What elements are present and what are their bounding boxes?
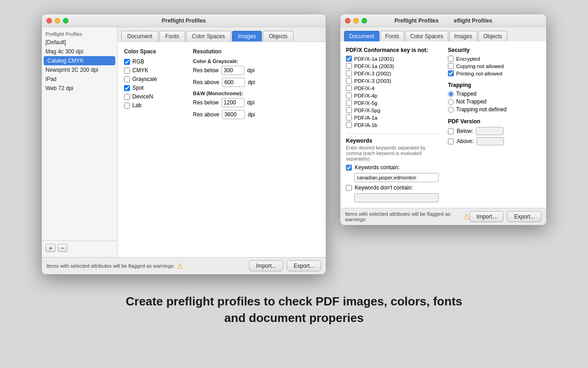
pdf-x4-row[interactable]: PDF/X-4 xyxy=(346,85,439,91)
printing-label: Printing not allowed xyxy=(456,71,502,76)
right-import-button[interactable]: Import... xyxy=(469,211,503,222)
left-export-button[interactable]: Export... xyxy=(287,260,321,271)
pdf-x5g-checkbox[interactable] xyxy=(346,100,352,106)
keywords-dontcontain-input[interactable] xyxy=(354,193,439,202)
pdf-a1b-row[interactable]: PDF/A-1b xyxy=(346,122,439,128)
printing-row[interactable]: Printing not allowed xyxy=(448,70,541,76)
checkbox-lab[interactable]: Lab xyxy=(124,102,179,109)
res-above-bw-input[interactable]: 3600 xyxy=(222,110,245,119)
tab-fonts[interactable]: Fonts xyxy=(159,31,185,41)
copying-row[interactable]: Copying not allowed xyxy=(448,63,541,69)
pdf-x5pg-row[interactable]: PDF/X-5pg xyxy=(346,107,439,113)
right-minimize-button[interactable] xyxy=(353,18,359,23)
pdf-a1b-checkbox[interactable] xyxy=(346,122,352,128)
checkbox-rgb[interactable]: RGB xyxy=(124,58,179,65)
right-footer: Items with selected attributes will be f… xyxy=(340,208,546,225)
bw-mono-title: B&W (Monochrome): xyxy=(193,91,319,96)
keywords-dontcontain-checkbox[interactable] xyxy=(346,185,352,191)
sidebar-item-ipad[interactable]: iPad xyxy=(42,75,117,84)
encrypted-row[interactable]: Encrypted xyxy=(448,56,541,62)
pdf-x1a-2001-checkbox[interactable] xyxy=(346,56,352,62)
pdf-x3-2002-row[interactable]: PDF/X-3 (2002) xyxy=(346,70,439,76)
keywords-contain-input[interactable]: canadian,jasper,edmonton xyxy=(354,173,439,182)
sidebar-item-default[interactable]: [Default] xyxy=(42,38,117,47)
checkbox-spot-label: Spot xyxy=(132,85,144,91)
checkbox-cmyk[interactable]: CMYK xyxy=(124,67,179,74)
checkbox-rgb-input[interactable] xyxy=(124,59,130,65)
res-below-color-input[interactable]: 300 xyxy=(221,66,244,75)
sidebar-item-newsprint[interactable]: Newsprint 2C 200 dpi xyxy=(42,65,117,75)
pdf-a1a-checkbox[interactable] xyxy=(346,115,352,121)
sidebar-item-web72[interactable]: Web 72 dpi xyxy=(42,84,117,93)
pdf-x4p-checkbox[interactable] xyxy=(346,92,352,98)
pdf-x4-checkbox[interactable] xyxy=(346,85,352,91)
pdf-x3-2003-label: PDF/X-3 (2003) xyxy=(354,78,391,84)
checkbox-grayscale-input[interactable] xyxy=(124,76,130,82)
right-tab-objects[interactable]: Objects xyxy=(478,31,507,41)
checkbox-devicen-input[interactable] xyxy=(124,94,130,100)
left-warning-text: Items with selected attributes will be f… xyxy=(46,262,183,270)
pdf-conformance-section: PDF/X Conformance key is not: PDF/X-1a (… xyxy=(346,47,439,128)
right-tab-fonts[interactable]: Fonts xyxy=(380,31,404,41)
pdf-a1a-row[interactable]: PDF/A-1a xyxy=(346,115,439,121)
checkbox-lab-input[interactable] xyxy=(124,103,130,109)
res-below-bw-input[interactable]: 1200 xyxy=(221,98,244,107)
pdf-x3-2003-checkbox[interactable] xyxy=(346,78,352,84)
pdf-version-above-input[interactable] xyxy=(476,137,504,145)
copying-checkbox[interactable] xyxy=(448,63,454,69)
close-button[interactable] xyxy=(46,18,52,23)
pdf-version-below-checkbox[interactable] xyxy=(448,128,454,134)
right-maximize-button[interactable] xyxy=(362,18,367,23)
res-below-color-row: Res below 300 dpi xyxy=(193,66,319,75)
left-import-button[interactable]: Import... xyxy=(249,260,283,271)
trapping-undefined-radio[interactable] xyxy=(448,107,454,113)
remove-profile-button[interactable]: − xyxy=(57,244,68,252)
res-above-color-input[interactable]: 600 xyxy=(222,78,245,87)
pdf-x5g-row[interactable]: PDF/X-5g xyxy=(346,100,439,106)
pdf-x4p-label: PDF/X-4p xyxy=(354,93,378,98)
res-above-bw-label: Res above xyxy=(193,111,219,118)
trapped-row[interactable]: Trapped xyxy=(448,91,541,97)
checkbox-devicen[interactable]: DeviceN xyxy=(124,93,179,100)
right-window-body: Document Fonts Color Spaces Images Objec… xyxy=(340,27,546,225)
checkbox-devicen-label: DeviceN xyxy=(132,93,153,100)
checkbox-cmyk-input[interactable] xyxy=(124,68,130,74)
minimize-button[interactable] xyxy=(55,18,60,23)
checkbox-spot[interactable]: Spot xyxy=(124,85,179,91)
right-tab-images[interactable]: Images xyxy=(449,31,477,41)
pdf-version-below-input[interactable] xyxy=(476,127,503,135)
pdf-version-above-checkbox[interactable] xyxy=(448,138,454,144)
tab-objects[interactable]: Objects xyxy=(263,31,294,41)
sidebar-item-catalogcmyk[interactable]: Catalog CMYK xyxy=(44,56,115,65)
sidebar-item-mag4c[interactable]: Mag 4c 300 dpi xyxy=(42,47,117,56)
encrypted-checkbox[interactable] xyxy=(448,56,454,62)
tab-colorspaces[interactable]: Color Spaces xyxy=(186,31,231,41)
trapping-undefined-row[interactable]: Trapping not defined xyxy=(448,106,541,113)
pdf-x1a-2003-checkbox[interactable] xyxy=(346,63,352,69)
resolution-section: Resolution Color & Grayscale: Res below … xyxy=(193,48,319,122)
tab-images[interactable]: Images xyxy=(232,31,262,41)
not-trapped-row[interactable]: Not Trapped xyxy=(448,98,541,105)
pdf-x5pg-checkbox[interactable] xyxy=(346,107,352,113)
maximize-button[interactable] xyxy=(63,18,68,23)
pdf-x3-2002-checkbox[interactable] xyxy=(346,70,352,76)
trapped-radio[interactable] xyxy=(448,91,454,97)
right-tab-document[interactable]: Document xyxy=(344,31,379,41)
pdf-x4p-row[interactable]: PDF/X-4p xyxy=(346,92,439,98)
checkbox-grayscale[interactable]: Grayscale xyxy=(124,76,179,82)
not-trapped-radio[interactable] xyxy=(448,99,454,105)
sidebar: Preflight Profiles [Default] Mag 4c 300 … xyxy=(42,27,118,257)
right-content: PDF/X Conformance key is not: PDF/X-1a (… xyxy=(340,41,546,208)
right-close-button[interactable] xyxy=(345,18,351,23)
right-export-button[interactable]: Export... xyxy=(507,211,542,222)
pdf-x1a-2003-row[interactable]: PDF/X-1a (2003) xyxy=(346,63,439,69)
right-tab-colorspaces[interactable]: Color Spaces xyxy=(405,31,448,41)
pdf-x3-2003-row[interactable]: PDF/X-3 (2003) xyxy=(346,78,439,84)
tab-document[interactable]: Document xyxy=(121,31,158,41)
right-extra-title: eflight Profiles xyxy=(454,17,492,24)
printing-checkbox[interactable] xyxy=(448,70,454,76)
pdf-x1a-2001-row[interactable]: PDF/X-1a (2001) xyxy=(346,56,439,62)
add-profile-button[interactable]: + xyxy=(45,244,56,252)
keywords-contain-checkbox[interactable] xyxy=(346,165,352,171)
checkbox-spot-input[interactable] xyxy=(124,85,130,91)
